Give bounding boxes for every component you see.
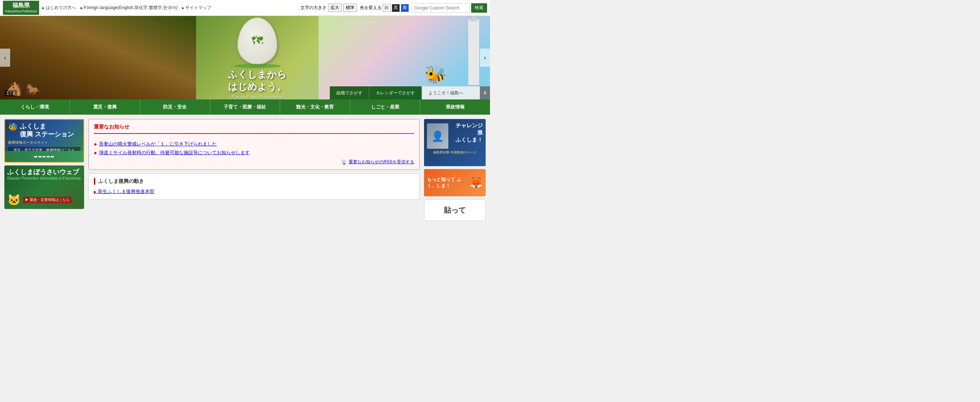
left-sidebar: 🐝 ふくしま 復興 ステーション 復興情報ポータルサイト 震災・原子力災害、復興… xyxy=(4,119,84,221)
revival-link[interactable]: 新生ふくしま復興推進本部 xyxy=(94,189,154,194)
hero-prev-button[interactable]: ‹ xyxy=(0,49,10,67)
bousai-emergency[interactable]: ▶ 緊急・災害情報はこちら xyxy=(23,197,72,203)
bousai-title: ふくしまぼうさいウェブ xyxy=(7,168,80,176)
hero-banner: 🐴 🐎 🗺 ふくしまから はじめよう。 Future From Fukushim… xyxy=(0,16,490,99)
revival-title-1: ふくしま xyxy=(20,123,74,131)
nav-sitemap[interactable]: サイトマップ xyxy=(182,5,212,11)
bousai-subtitle: Disaster Prevention Information in Fukus… xyxy=(7,176,80,180)
logo-roman: Fukushima Prefecture xyxy=(5,10,37,14)
tab-calendar[interactable]: カレンダーでさがす xyxy=(369,86,422,99)
section-header: ふくしま復興の動き xyxy=(94,178,414,185)
notice-title: 重要なお知らせ xyxy=(94,124,414,130)
hero-text-line1: ふくしまから xyxy=(228,69,287,81)
notice-icon-1: ● xyxy=(94,141,97,147)
main-content: 重要なお知らせ ● 吾妻山の噴火警戒レベルが「１」に引き下げられました ● 弾道… xyxy=(88,119,420,221)
nav-first-time[interactable]: はじめての方へ xyxy=(42,5,76,11)
color-section: 色を変える 白 黒 青 xyxy=(360,4,409,12)
challenge-subtitle: 福島県知事 内堀雅雄のページ xyxy=(427,150,483,155)
challenge-banner[interactable]: 👤 チャレンジ県 ふくしま！ 福島県知事 内堀雅雄のページ xyxy=(424,119,486,166)
hero-center: 🗺 ふくしまから はじめよう。 Future From Fukushima. xyxy=(196,16,318,99)
notice-item-2: ● 弾道ミサイル発射時の行動、待避可能な施設等についてお知らせします xyxy=(94,150,414,156)
hero-next-button[interactable]: › xyxy=(480,49,490,67)
revival-station-banner[interactable]: 🐝 ふくしま 復興 ステーション 復興情報ポータルサイト 震災・原子力災害、復興… xyxy=(4,119,84,163)
color-black-button[interactable]: 黒 xyxy=(392,4,400,12)
nav-prefectural-info[interactable]: 県政情報 xyxy=(420,99,490,115)
mottoshitte-char: 🦊 xyxy=(469,176,483,189)
notice-item-1: ● 吾妻山の噴火警戒レベルが「１」に引き下げられました xyxy=(94,141,414,147)
nav-childcare-medical[interactable]: 子育て・医療・福祉 xyxy=(210,99,280,115)
governor-photo: 👤 xyxy=(427,123,448,149)
rss-link[interactable]: 重要なお知らせのRSSを受信する xyxy=(348,159,414,165)
notice-icon-2: ● xyxy=(94,150,97,156)
site-logo[interactable]: 福島県 Fukushima Prefecture xyxy=(3,1,39,14)
mottoshitte-text: もっと知って ふく、しま！ xyxy=(427,177,469,189)
nav-living-env[interactable]: くらし・環境 xyxy=(0,99,70,115)
content-area: 🐝 ふくしま 復興 ステーション 復興情報ポータルサイト 震災・原子力災害、復興… xyxy=(0,115,490,225)
right-sidebar: 👤 チャレンジ県 ふくしま！ 福島県知事 内堀雅雄のページ もっと知って ふく、… xyxy=(424,119,486,221)
hero-egg-logo: 🗺 xyxy=(235,16,279,66)
rss-icon: 📡 xyxy=(341,159,347,165)
color-blue-button[interactable]: 青 xyxy=(401,4,409,12)
challenge-title-2: ふくしま！ xyxy=(450,136,483,143)
top-nav-links: はじめての方へ Foreign language(English,简化字,繁體字… xyxy=(42,5,298,11)
rss-link-area: 📡 重要なお知らせのRSSを受信する xyxy=(94,159,414,165)
nav-tourism-culture[interactable]: 観光・文化・教育 xyxy=(280,99,350,115)
notice-link-1[interactable]: 吾妻山の噴火警戒レベルが「１」に引き下げられました xyxy=(99,141,217,147)
font-enlarge-button[interactable]: 拡大 xyxy=(328,4,342,12)
hero-tower xyxy=(468,19,479,85)
hero-left-scene: 🐴 🐎 xyxy=(0,16,196,99)
hatte-title: 貼って xyxy=(444,205,466,215)
notice-divider xyxy=(94,133,414,134)
nav-work-industry[interactable]: しごと・産業 xyxy=(350,99,420,115)
nav-disaster-prevention[interactable]: 防災・安全 xyxy=(140,99,210,115)
revival-subtitle: 復興情報ポータルサイト xyxy=(8,140,48,145)
search-button[interactable]: 検索 xyxy=(471,3,487,13)
hero-text-line2: はじめよう。 xyxy=(228,81,287,93)
tab-welcome: ようこそ！福島へ xyxy=(422,86,480,99)
logo-kanji: 福島県 xyxy=(12,2,30,10)
notice-link-2[interactable]: 弾道ミサイル発射時の行動、待避可能な施設等についてお知らせします xyxy=(99,150,250,156)
hero-bee-mascot: 🐝 xyxy=(425,65,447,85)
mottoshitte-banner[interactable]: もっと知って ふく、しま！ 🦊 xyxy=(424,169,486,196)
hero-subtitle: Future From Fukushima. xyxy=(232,94,283,99)
main-navigation: くらし・環境 震災・復興 防災・安全 子育て・医療・福祉 観光・文化・教育 しご… xyxy=(0,99,490,115)
search-area: 検索 xyxy=(412,3,487,13)
revival-section: ふくしま復興の動き 新生ふくしま復興推進本部 xyxy=(88,174,420,199)
revival-title-2: 復興 ステーション xyxy=(20,131,74,139)
bousai-banner[interactable]: ふくしまぼうさいウェブ Disaster Prevention Informat… xyxy=(4,166,84,209)
hero-nav-tabs: 組織でさがす カレンダーでさがす ようこそ！福島へ ⏸ xyxy=(330,86,490,99)
top-bar: 福島県 Fukushima Prefecture はじめての方へ Foreign… xyxy=(0,0,490,16)
font-standard-button[interactable]: 標準 xyxy=(343,4,357,12)
font-size-area: 文字の大きさ 拡大 標準 xyxy=(301,4,357,12)
color-white-button[interactable]: 白 xyxy=(383,4,391,12)
slide-indicator: 1 / 6 xyxy=(4,90,17,97)
important-notice-section: 重要なお知らせ ● 吾妻山の噴火警戒レベルが「１」に引き下げられました ● 弾道… xyxy=(88,119,420,170)
nav-disaster-revival[interactable]: 震災・復興 xyxy=(70,99,140,115)
search-input[interactable] xyxy=(412,3,470,13)
tab-organization[interactable]: 組織でさがす xyxy=(330,86,369,99)
tab-welcome-label[interactable]: ようこそ！福島へ xyxy=(428,90,463,96)
slideshow-pause-button[interactable]: ⏸ xyxy=(480,86,490,99)
hatte-banner[interactable]: 貼って xyxy=(424,199,486,221)
nav-foreign-lang[interactable]: Foreign language(English,简化字,繁體字,한국어) xyxy=(80,5,178,11)
color-change-label: 色を変える xyxy=(360,5,382,11)
challenge-title-1: チャレンジ県 xyxy=(450,122,483,136)
font-size-label: 文字の大きさ xyxy=(301,5,326,11)
revival-section-title: ふくしま復興の動き xyxy=(94,178,144,185)
